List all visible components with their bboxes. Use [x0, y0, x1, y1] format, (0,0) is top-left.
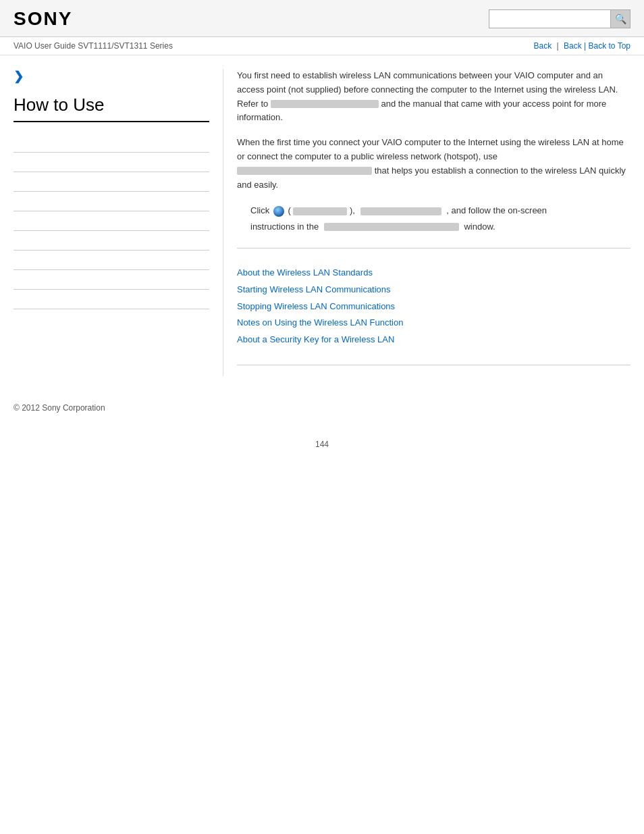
back-link[interactable]: Back — [534, 41, 552, 51]
instructions-prefix: instructions in the — [250, 221, 319, 232]
sony-logo: SONY — [14, 8, 72, 30]
sidebar-item[interactable] — [14, 192, 209, 211]
paragraph1-text: You first need to establish wireless LAN… — [237, 69, 630, 125]
search-area: 🔍 — [489, 9, 630, 28]
sidebar-item[interactable] — [14, 133, 209, 153]
blurred-option-text — [360, 207, 441, 215]
link-stopping-wireless[interactable]: Stopping Wireless LAN Communications — [237, 298, 630, 315]
main-content: You first need to establish wireless LAN… — [223, 69, 630, 376]
windows-start-icon — [273, 206, 284, 217]
nav-links: Back | Back | Back to Top — [534, 41, 630, 51]
back-to-top-link[interactable]: Back | Back to Top — [564, 41, 630, 51]
section-divider — [237, 248, 630, 249]
sidebar-item[interactable] — [14, 231, 209, 251]
nav-bar: VAIO User Guide SVT1111/SVT1311 Series B… — [0, 37, 644, 55]
link-notes-wireless[interactable]: Notes on Using the Wireless LAN Function — [237, 315, 630, 332]
blurred-window-text — [324, 223, 459, 231]
content-wrapper: ❯ How to Use You first need to establish… — [0, 55, 644, 390]
blurred-link-1 — [271, 100, 379, 108]
nav-separator: | — [557, 41, 559, 51]
guide-title: VAIO User Guide SVT1111/SVT1311 Series — [14, 41, 173, 51]
search-icon: 🔍 — [615, 14, 626, 24]
sidebar-item[interactable] — [14, 270, 209, 290]
link-security-key[interactable]: About a Security Key for a Wireless LAN — [237, 332, 630, 348]
copyright-text: © 2012 Sony Corporation — [14, 403, 105, 413]
sidebar-item[interactable] — [14, 153, 209, 172]
click-prefix-text: Click — [250, 205, 269, 215]
blurred-text-2 — [237, 167, 372, 175]
click-paren: ( — [288, 205, 290, 215]
search-button[interactable]: 🔍 — [610, 9, 630, 28]
sidebar-item[interactable] — [14, 251, 209, 270]
links-section: About the Wireless LAN Standards Startin… — [237, 259, 630, 353]
sidebar-nav — [14, 133, 209, 309]
sidebar-item[interactable] — [14, 211, 209, 231]
click-comma1: ), — [350, 205, 355, 215]
link-wireless-standards[interactable]: About the Wireless LAN Standards — [237, 265, 630, 282]
instructions-end: window. — [464, 221, 495, 232]
header: SONY 🔍 — [0, 0, 644, 37]
sidebar-item[interactable] — [14, 172, 209, 192]
footer: © 2012 Sony Corporation — [0, 390, 644, 426]
bottom-divider — [237, 365, 630, 365]
sidebar: ❯ How to Use — [14, 69, 223, 376]
sidebar-title: How to Use — [14, 95, 209, 122]
sidebar-item[interactable] — [14, 290, 209, 309]
paragraph1-section: You first need to establish wireless LAN… — [237, 69, 630, 234]
breadcrumb-arrow: ❯ — [14, 69, 209, 84]
blurred-menu-text — [293, 207, 347, 215]
paragraph2-text: When the first time you connect your VAI… — [237, 136, 630, 192]
click-instruction: Click ( ), , and follow the on-screen in… — [250, 203, 630, 234]
link-starting-wireless[interactable]: Starting Wireless LAN Communications — [237, 282, 630, 298]
search-input[interactable] — [489, 9, 610, 28]
click-end: , and follow the on-screen — [446, 205, 547, 215]
page-number: 144 — [0, 426, 644, 463]
